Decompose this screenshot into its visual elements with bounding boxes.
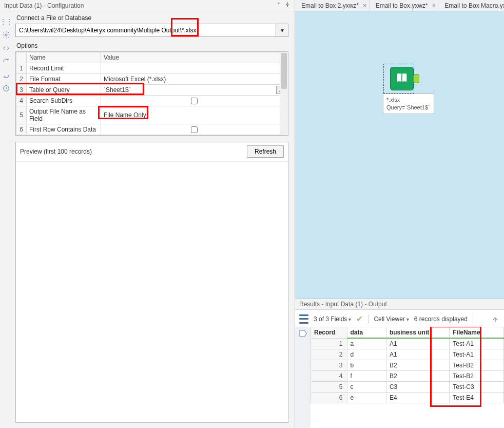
cell-bu[interactable]: B2	[386, 360, 449, 371]
row-number: 6	[311, 393, 347, 403]
options-box: Name Value 1 Record Limit 2	[15, 51, 288, 136]
tab-bar: Email to Box 2.yxwz* × Email to Box.yxwz…	[295, 0, 504, 11]
config-title: Input Data (1) - Configuration	[4, 2, 84, 9]
cell-data[interactable]: a	[347, 338, 386, 349]
cell-filename[interactable]: Test-B2	[450, 360, 504, 371]
col-value[interactable]: Value	[101, 52, 288, 63]
tab-email-to-box[interactable]: Email to Box.yxwz* ×	[370, 0, 439, 11]
preview-body	[15, 161, 288, 423]
path-dropdown-button[interactable]: ▾	[276, 24, 288, 37]
app-root: Input Data (1) - Configuration ˅ ⋮⋮	[0, 0, 504, 428]
cell-viewer[interactable]: Cell Viewer▾	[374, 315, 409, 323]
handle-icon[interactable]: ⋮⋮	[2, 17, 10, 26]
records-displayed: 6 records displayed	[414, 315, 468, 323]
opt-row-output-filename[interactable]: 5 Output File Name as Field File Name On…	[16, 106, 288, 124]
check-icon[interactable]: ✔	[356, 314, 363, 324]
results-grid: Record data business unit FileName 1aA1T…	[311, 327, 504, 403]
svg-point-0	[5, 34, 7, 36]
row-number: 4	[311, 371, 347, 382]
gear-icon[interactable]	[2, 31, 10, 39]
cell-bu[interactable]: A1	[386, 349, 449, 360]
separator	[368, 314, 369, 324]
cell-filename[interactable]: Test-C3	[450, 382, 504, 393]
table-row[interactable]: 4fB2Test-B2	[311, 371, 504, 382]
config-pane: Input Data (1) - Configuration ˅ ⋮⋮	[0, 0, 295, 428]
opt-row-search-subdirs[interactable]: 4 Search SubDirs	[16, 96, 288, 106]
left-toolbar: ⋮⋮	[0, 11, 12, 428]
results-title: Results - Input Data (1) - Output	[295, 299, 504, 310]
collapse-icon[interactable]: ˅	[277, 2, 280, 9]
cell-data[interactable]: f	[347, 371, 386, 382]
results-pane: Results - Input Data (1) - Output 3 of 3…	[295, 299, 504, 428]
col-record[interactable]: Record	[311, 327, 347, 339]
cell-filename[interactable]: Test-B2	[450, 371, 504, 382]
tab-email-to-box-macro[interactable]: Email to Box Macro.yx	[438, 0, 504, 11]
cell-bu[interactable]: E4	[386, 393, 449, 403]
right-pane: Email to Box 2.yxwz* × Email to Box.yxwz…	[295, 0, 504, 428]
cell-filename[interactable]: Test-A1	[450, 338, 504, 349]
preview-bar: Preview (first 100 records) Refresh	[15, 142, 288, 161]
cell-filename[interactable]: Test-A1	[450, 349, 504, 360]
tab-email-to-box-2[interactable]: Email to Box 2.yxwz* ×	[295, 0, 370, 11]
cell-bu[interactable]: C3	[386, 382, 449, 393]
cell-filename[interactable]: Test-E4	[450, 393, 504, 403]
options-label: Options	[16, 42, 287, 49]
rowhdr-blank	[16, 52, 27, 63]
cell-data[interactable]: c	[347, 382, 386, 393]
table-row[interactable]: 1aA1Test-A1	[311, 338, 504, 349]
preview-label: Preview (first 100 records)	[20, 148, 92, 155]
col-data[interactable]: data	[347, 327, 386, 339]
tab-label: Email to Box.yxwz*	[376, 2, 428, 9]
pentagon-icon[interactable]	[298, 329, 307, 340]
workflow-canvas[interactable]: *.xlsx Query=`Sheet1$`	[295, 11, 504, 299]
row-number: 2	[311, 349, 347, 360]
tool-label: *.xlsx Query=`Sheet1$`	[383, 94, 434, 114]
output-anchor[interactable]	[413, 74, 419, 83]
cell-bu[interactable]: A1	[386, 338, 449, 349]
col-name[interactable]: Name	[27, 52, 101, 63]
tab-label: Email to Box Macro.yx	[444, 2, 504, 9]
opt-row-table-query[interactable]: 3 Table or Query `Sheet1$` …	[16, 85, 288, 96]
tab-label: Email to Box 2.yxwz*	[301, 2, 359, 9]
refresh-right-icon[interactable]	[2, 71, 10, 79]
row-number: 3	[311, 360, 347, 371]
path-row: ▾	[15, 24, 288, 37]
code-icon[interactable]	[2, 44, 10, 52]
options-scrollbar[interactable]	[280, 52, 288, 135]
first-row-checkbox[interactable]	[191, 126, 198, 133]
input-data-tool[interactable]	[390, 67, 414, 90]
file-format-value: Microsoft Excel (*.xlsx)	[104, 76, 166, 83]
history-icon[interactable]	[2, 84, 10, 92]
refresh-button[interactable]: Refresh	[247, 145, 284, 158]
col-filename[interactable]: FileName	[450, 327, 504, 339]
close-icon[interactable]: ×	[363, 2, 367, 9]
opt-row-file-format[interactable]: 2 File Format Microsoft Excel (*.xlsx) ⌄	[16, 74, 288, 85]
table-row[interactable]: 3bB2Test-B2	[311, 360, 504, 371]
table-row[interactable]: 6eE4Test-E4	[311, 393, 504, 403]
row-number: 1	[311, 338, 347, 349]
config-title-bar: Input Data (1) - Configuration ˅	[0, 0, 295, 11]
arrow-up-icon[interactable]	[491, 314, 500, 324]
cell-data[interactable]: d	[347, 349, 386, 360]
close-icon[interactable]: ×	[432, 2, 436, 9]
opt-row-record-limit[interactable]: 1 Record Limit	[16, 63, 288, 74]
options-table: Name Value 1 Record Limit 2	[16, 52, 288, 135]
cell-data[interactable]: e	[347, 393, 386, 403]
cell-data[interactable]: b	[347, 360, 386, 371]
search-subdirs-checkbox[interactable]	[191, 98, 198, 104]
path-input[interactable]	[15, 24, 276, 37]
cell-bu[interactable]: B2	[386, 371, 449, 382]
book-icon	[395, 71, 409, 87]
col-business-unit[interactable]: business unit	[386, 327, 449, 339]
table-row[interactable]: 2dA1Test-A1	[311, 349, 504, 360]
row-number: 5	[311, 382, 347, 393]
results-grid-wrap: Record data business unit FileName 1aA1T…	[311, 327, 504, 428]
rows-icon[interactable]	[299, 314, 308, 324]
tool-label-line2: Query=`Sheet1$`	[386, 104, 431, 111]
fields-count[interactable]: 3 of 3 Fields▾	[314, 315, 351, 323]
opt-row-first-row-data[interactable]: 6 First Row Contains Data	[16, 124, 288, 135]
refresh-left-icon[interactable]	[2, 58, 10, 66]
pin-icon[interactable]	[284, 2, 290, 9]
connect-label: Connect a File or Database	[16, 14, 287, 22]
table-row[interactable]: 5cC3Test-C3	[311, 382, 504, 393]
